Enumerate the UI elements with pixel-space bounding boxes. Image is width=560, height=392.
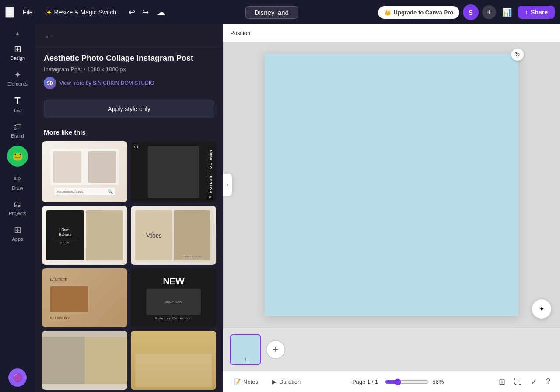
more-like-this-title: More like this [35, 125, 223, 141]
zoom-slider[interactable] [385, 378, 429, 385]
nav-collapse-button[interactable]: ▲ [14, 30, 21, 37]
panel-back-button[interactable]: ← [44, 31, 53, 42]
share-button[interactable]: ↑ Share [518, 6, 555, 19]
hide-panels-icon: ‹ [227, 182, 228, 188]
sidebar-item-projects[interactable]: 🗂 Projects [3, 196, 32, 219]
template-card-minimalist[interactable]: Minimalistic deco 🔍 [42, 141, 127, 202]
uploads-icon: 🐸 [12, 151, 23, 161]
template-grid: Minimalistic deco 🔍 NEW COLLECTION 01 [35, 141, 223, 392]
undo-button[interactable]: ↩ [126, 6, 138, 19]
apply-style-button[interactable]: Apply style only [44, 100, 214, 118]
bottom-center: Page 1 / 1 56% [311, 378, 489, 385]
assistant-button[interactable]: 🟣 [8, 368, 27, 387]
menu-icon[interactable]: ☰ [5, 7, 14, 18]
rotate-icon: ↻ [515, 51, 520, 58]
draw-icon: ✏ [14, 173, 21, 184]
panel-title-section: Aesthetic Photo Collage Instagram Post I… [35, 46, 223, 93]
undo-redo-group: ↩ ↪ [126, 6, 151, 19]
sidebar-item-apps[interactable]: ⊞ Apps [3, 221, 32, 245]
crown-icon: 👑 [384, 9, 391, 16]
position-bar: Position [223, 24, 560, 42]
page-indicator: Page 1 / 1 [352, 378, 378, 385]
rotate-handle[interactable]: ↻ [511, 49, 524, 61]
share-icon: ↑ [525, 9, 528, 16]
brand-icon: 🏷 [13, 122, 22, 132]
document-title[interactable]: Disney land [245, 6, 298, 19]
pages-strip: 1 + [223, 327, 560, 371]
duration-button[interactable]: ▶ Duration [269, 377, 304, 387]
template-card-girl-back[interactable] [42, 331, 127, 390]
upgrade-button[interactable]: 👑 Upgrade to Canva Pro [378, 6, 460, 19]
text-icon: T [14, 95, 20, 107]
zoom-control: 56% [385, 378, 448, 385]
sidebar-item-label: Design [10, 56, 25, 61]
template-row-4 [42, 331, 216, 390]
apps-icon: ⊞ [14, 225, 21, 235]
canvas-area: Position ↻ ‹ ✦ 1 + [223, 24, 560, 392]
cloud-save-icon: ☁ [157, 7, 165, 17]
sidebar-item-label: Elements [7, 81, 28, 87]
bottom-right: ⊞ ⛶ ✓ ? [496, 375, 553, 389]
template-card-desert[interactable] [131, 331, 216, 390]
author-name: View more by SINICHKIN DOM STUDIO [60, 80, 154, 86]
sidebar-item-draw[interactable]: ✏ Draw [3, 170, 32, 194]
share-label: Share [531, 9, 548, 16]
sidebar-item-design[interactable]: ⊞ Design [3, 40, 32, 64]
sidebar-item-elements[interactable]: ✦ Elements [3, 66, 32, 90]
panel-header: ← [35, 24, 223, 46]
sidebar-item-brand[interactable]: 🏷 Brand [3, 118, 32, 142]
upgrade-label: Upgrade to Canva Pro [394, 9, 454, 16]
analytics-button[interactable]: 📊 [500, 6, 514, 19]
hide-panels-button[interactable]: ‹ [223, 174, 232, 196]
notes-button[interactable]: 📝 Notes [230, 377, 262, 387]
magic-action-button[interactable]: ✦ [532, 299, 551, 319]
canvas-viewport[interactable]: ↻ ‹ ✦ [223, 42, 560, 327]
sidebar-nav: ▲ ⊞ Design ✦ Elements T Text 🏷 Brand 🐸 ✏… [0, 24, 35, 392]
sidebar-item-label: Apps [12, 236, 23, 242]
elements-icon: ✦ [14, 69, 21, 80]
zoom-value: 56% [432, 378, 448, 385]
sidebar-item-label: Text [13, 108, 22, 113]
template-card-discount[interactable]: Discount GET 30% OFF [42, 268, 127, 327]
sidebar-item-label: Projects [9, 211, 26, 216]
template-card-new-collection[interactable]: NEW SHOP NOW Summer Collection [131, 268, 216, 327]
template-badge: ⊞ [207, 195, 214, 200]
bottom-bar: 📝 Notes ▶ Duration Page 1 / 1 56% ⊞ ⛶ ✓ … [223, 371, 560, 392]
topbar-right: 👑 Upgrade to Canva Pro S + 📊 ↑ Share [378, 4, 555, 20]
notes-label: Notes [243, 378, 258, 385]
template-subtitle: Instagram Post • 1080 x 1080 px [44, 66, 214, 73]
topbar: ☰ File ✨ Resize & Magic Switch ↩ ↪ ☁ Dis… [0, 0, 560, 24]
sidebar-item-uploads[interactable]: 🐸 [7, 146, 28, 167]
template-card-new-release[interactable]: NewRelease STUDIO [42, 206, 127, 265]
duration-icon: ▶ [272, 378, 276, 385]
canvas-design[interactable]: ↻ [265, 54, 518, 316]
resize-magic-label: Resize & Magic Switch [54, 9, 116, 16]
design-icon: ⊞ [14, 44, 21, 54]
file-button[interactable]: File [19, 7, 36, 17]
redo-button[interactable]: ↪ [140, 6, 151, 19]
assistant-icon: 🟣 [13, 373, 22, 382]
fullscreen-button[interactable]: ⛶ [511, 375, 525, 388]
template-row-2: NewRelease STUDIO Vibes [42, 206, 216, 265]
author-avatar: SD [44, 77, 56, 89]
sidebar-item-text[interactable]: T Text [3, 92, 32, 117]
main-area: ▲ ⊞ Design ✦ Elements T Text 🏷 Brand 🐸 ✏… [0, 24, 560, 392]
template-row-1: Minimalistic deco 🔍 NEW COLLECTION 01 [42, 141, 216, 202]
help-button[interactable]: ? [543, 375, 553, 388]
title-area: Disney land [169, 6, 374, 19]
add-collaborator-button[interactable]: + [482, 5, 496, 19]
duration-label: Duration [279, 378, 301, 385]
position-label: Position [230, 30, 250, 36]
template-title: Aesthetic Photo Collage Instagram Post [44, 53, 214, 63]
template-card-fashion[interactable]: NEW COLLECTION 01 ⊞ [131, 141, 216, 202]
avatar-button[interactable]: S [463, 4, 479, 20]
grid-view-button[interactable]: ⊞ [496, 375, 508, 389]
add-page-button[interactable]: + [266, 340, 285, 359]
resize-magic-button[interactable]: ✨ Resize & Magic Switch [40, 7, 121, 17]
add-page-icon: + [273, 344, 279, 355]
author-link[interactable]: SD View more by SINICHKIN DOM STUDIO [44, 77, 214, 89]
present-button[interactable]: ✓ [528, 375, 540, 389]
template-card-vibes[interactable]: Vibes SUMMER'S EDIT [131, 206, 216, 265]
page-thumbnail-1[interactable]: 1 [230, 334, 261, 365]
sidebar-item-label: Brand [11, 133, 24, 139]
